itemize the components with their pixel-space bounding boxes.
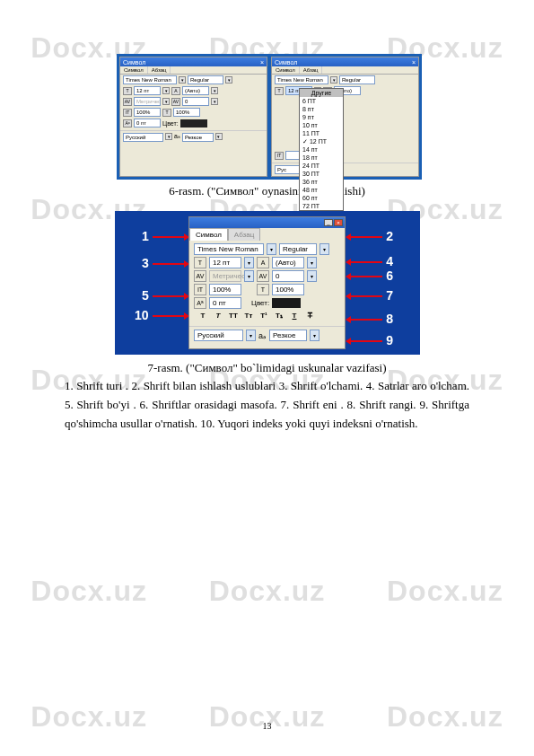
tab-paragraph[interactable]: Абзац — [148, 66, 171, 74]
chevron-down-icon[interactable]: ▾ — [307, 257, 317, 268]
arrow-icon — [153, 263, 184, 265]
aa-icon: aₐ — [258, 331, 267, 340]
chevron-down-icon[interactable]: ▾ — [225, 76, 232, 84]
size-option[interactable]: 10 пт — [300, 121, 343, 129]
tracking-icon: AV — [257, 270, 269, 282]
baseline-input[interactable]: 0 пт — [209, 297, 241, 309]
chevron-down-icon[interactable]: ▾ — [310, 330, 320, 341]
size-option[interactable]: 14 пт — [300, 145, 343, 154]
chevron-down-icon[interactable]: ▾ — [307, 270, 317, 282]
chevron-down-icon[interactable]: ▾ — [162, 87, 170, 94]
panel-tabs: Символ Абзац — [120, 66, 267, 75]
style-select[interactable]: Regular — [339, 75, 375, 84]
hscale-input[interactable]: 100% — [272, 284, 304, 295]
bold-button[interactable]: T — [197, 312, 209, 320]
size-input[interactable]: 12 пт — [134, 86, 161, 95]
size-input[interactable]: 12 пт — [209, 257, 241, 268]
kerning-icon: AV — [123, 98, 132, 106]
aa-select[interactable]: Резкое — [182, 133, 214, 142]
size-option[interactable]: 9 пт — [300, 113, 343, 121]
kerning-input[interactable]: Метричес — [134, 97, 161, 106]
chevron-down-icon[interactable]: ▾ — [267, 243, 276, 255]
chevron-down-icon[interactable]: ▾ — [211, 98, 218, 105]
chevron-down-icon[interactable]: ▾ — [246, 330, 256, 341]
hscale-input[interactable]: 100% — [173, 108, 200, 117]
size-option[interactable]: 11 ПТ — [300, 129, 343, 137]
panel-titlebar: _ × — [189, 217, 345, 228]
allcaps-button[interactable]: TT — [227, 312, 240, 320]
callout-3: 3 — [142, 256, 149, 270]
chevron-down-icon[interactable]: ▾ — [320, 243, 329, 255]
chevron-down-icon[interactable]: ▾ — [162, 98, 170, 105]
chevron-down-icon[interactable]: ▾ — [165, 133, 172, 140]
size-option[interactable]: 6 ПТ — [300, 97, 343, 105]
chevron-down-icon[interactable]: ▾ — [215, 133, 223, 140]
size-option[interactable]: 24 ПТ — [300, 162, 343, 170]
size-option[interactable]: 8 пт — [300, 105, 343, 113]
chevron-down-icon[interactable]: ▾ — [330, 76, 337, 84]
vscale-input[interactable]: 100% — [134, 108, 161, 117]
size-option[interactable]: 72 ПТ — [300, 202, 343, 210]
lang-select[interactable]: Русский — [194, 330, 243, 341]
kerning-input[interactable]: Метричес — [209, 270, 241, 282]
close-icon[interactable]: × — [334, 219, 343, 226]
panel-titlebar: Символ × — [272, 57, 418, 66]
figure-1: Символ × Символ Абзац Times New Roman ▾ … — [117, 54, 422, 180]
close-icon[interactable]: × — [260, 59, 264, 66]
watermark: Docx.uz — [387, 575, 503, 608]
tracking-input[interactable]: 0 — [272, 270, 304, 282]
size-option-selected[interactable]: ✓ 12 ПТ — [300, 137, 343, 145]
font-select[interactable]: Times New Roman — [123, 75, 177, 84]
color-swatch[interactable] — [272, 298, 301, 308]
aa-select[interactable]: Резкое — [269, 330, 307, 341]
size-dropdown-list[interactable]: Другие 6 ПТ 8 пт 9 пт 10 пт 11 ПТ ✓ 12 П… — [299, 88, 344, 211]
tab-paragraph[interactable]: Абзац — [300, 66, 323, 74]
subscript-button[interactable]: T₁ — [273, 312, 285, 320]
arrow-icon — [153, 295, 184, 297]
size-option[interactable]: 18 пт — [300, 154, 343, 162]
tab-symbol[interactable]: Символ — [189, 228, 228, 241]
size-option[interactable]: 60 пт — [300, 194, 343, 202]
baseline-icon: Aª — [123, 119, 132, 127]
chevron-down-icon[interactable]: ▾ — [244, 257, 254, 268]
tab-symbol[interactable]: Символ — [272, 66, 300, 74]
tracking-icon: AV — [171, 98, 180, 106]
size-option[interactable]: 48 пт — [300, 186, 343, 194]
size-option[interactable]: 36 пт — [300, 178, 343, 186]
font-select[interactable]: Times New Roman — [194, 243, 264, 255]
tab-symbol[interactable]: Символ — [120, 66, 148, 74]
size-option[interactable]: 30 ПТ — [300, 170, 343, 178]
underline-button[interactable]: T — [288, 312, 301, 320]
chevron-down-icon[interactable]: ▾ — [179, 76, 186, 84]
vscale-input[interactable]: 100% — [209, 284, 241, 295]
superscript-button[interactable]: T¹ — [258, 312, 270, 320]
callout-1: 1 — [142, 229, 149, 243]
baseline-icon: Aª — [194, 297, 206, 309]
lang-select[interactable]: Русский — [123, 133, 163, 142]
baseline-input[interactable]: 0 пт — [134, 119, 161, 127]
tracking-input[interactable]: 0 — [182, 97, 209, 106]
panel-title: Символ — [275, 59, 297, 66]
chevron-down-icon[interactable]: ▾ — [244, 270, 254, 282]
tab-paragraph[interactable]: Абзац — [228, 228, 260, 241]
callout-6: 6 — [386, 268, 393, 283]
smallcaps-button[interactable]: Tт — [242, 312, 255, 320]
strikethrough-button[interactable]: T̶ — [303, 312, 316, 320]
style-select[interactable]: Regular — [188, 75, 223, 84]
aa-icon: aₐ — [174, 133, 180, 142]
arrow-icon — [351, 261, 382, 263]
panel-tabs: Символ Абзац — [272, 66, 418, 75]
font-select[interactable]: Times New Roman — [275, 75, 328, 84]
chevron-down-icon[interactable]: ▾ — [211, 87, 218, 94]
arrow-icon — [153, 315, 184, 317]
italic-button[interactable]: T — [212, 312, 224, 320]
leading-input[interactable]: (Авто) — [182, 86, 209, 95]
body-paragraph: 1. Shrift turi . 2. Shrift bilan ishlash… — [65, 377, 469, 433]
style-select[interactable]: Regular — [279, 243, 317, 255]
close-icon[interactable]: × — [412, 59, 416, 66]
arrow-icon — [351, 236, 382, 238]
color-swatch[interactable] — [180, 119, 207, 127]
minimize-icon[interactable]: _ — [324, 219, 333, 226]
lang-select[interactable]: Рус — [275, 165, 302, 174]
leading-input[interactable]: (Авто) — [272, 257, 304, 268]
